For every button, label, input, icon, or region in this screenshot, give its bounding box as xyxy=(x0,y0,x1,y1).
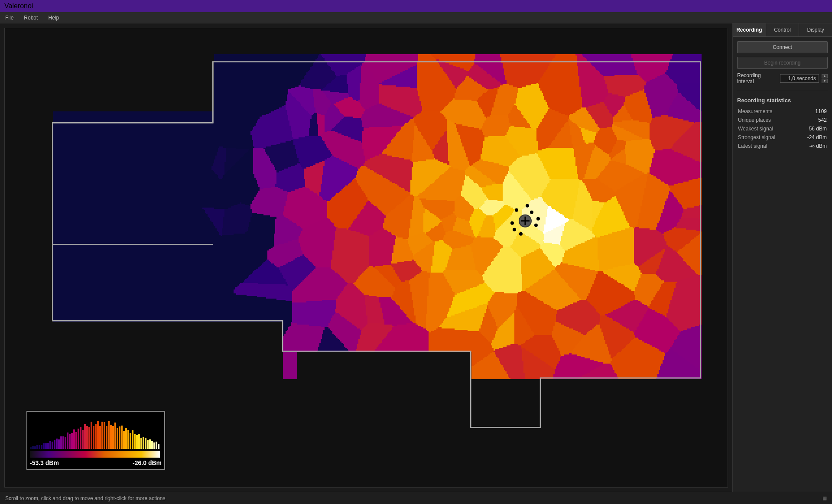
interval-spinner: ▲ ▼ xyxy=(822,74,828,83)
stats-label: Unique places xyxy=(737,116,797,124)
stats-value: -24 dBm xyxy=(797,133,828,142)
menu-file[interactable]: File xyxy=(3,14,15,22)
map-container[interactable]: -53.3 dBm -26.0 dBm xyxy=(4,28,728,488)
stats-title: Recording statistics xyxy=(737,97,828,104)
legend-min-label: -53.3 dBm xyxy=(30,459,59,466)
panel-tabs: Recording Control Display xyxy=(733,23,832,37)
right-panel: Recording Control Display Connect Begin … xyxy=(732,23,832,492)
stats-value: -∞ dBm xyxy=(797,142,828,150)
tab-display[interactable]: Display xyxy=(799,23,832,36)
panel-content: Connect Begin recording Recording interv… xyxy=(733,37,832,155)
interval-row: Recording interval ▲ ▼ xyxy=(737,72,828,85)
main-area: -53.3 dBm -26.0 dBm Recording Control Di… xyxy=(0,23,832,492)
menu-robot[interactable]: Robot xyxy=(22,14,39,22)
spinner-down[interactable]: ▼ xyxy=(822,79,828,83)
stats-table: Measurements1109Unique places542Weakest … xyxy=(737,107,828,150)
app-title: Valeronoi xyxy=(4,2,33,10)
stats-value: 1109 xyxy=(797,107,828,116)
stats-label: Measurements xyxy=(737,107,797,116)
spinner-up[interactable]: ▲ xyxy=(822,74,828,78)
interval-label: Recording interval xyxy=(737,72,777,85)
menubar: File Robot Help xyxy=(0,12,832,23)
stats-value: 542 xyxy=(797,116,828,124)
stats-row: Measurements1109 xyxy=(737,107,828,116)
stats-row: Latest signal-∞ dBm xyxy=(737,142,828,150)
stats-row: Weakest signal-56 dBm xyxy=(737,124,828,133)
legend: -53.3 dBm -26.0 dBm xyxy=(26,411,165,470)
interval-input[interactable] xyxy=(780,74,819,83)
chart-icon: ▦ xyxy=(822,495,827,501)
stats-label: Strongest signal xyxy=(737,133,797,142)
stats-value: -56 dBm xyxy=(797,124,828,133)
divider-1 xyxy=(737,90,828,90)
legend-histogram xyxy=(30,414,160,449)
tab-control[interactable]: Control xyxy=(766,23,800,36)
legend-gradient xyxy=(30,451,160,458)
legend-labels: -53.3 dBm -26.0 dBm xyxy=(30,459,162,466)
menu-help[interactable]: Help xyxy=(46,14,61,22)
statusbar: Scroll to zoom, click and drag to move a… xyxy=(0,492,832,504)
titlebar: Valeronoi xyxy=(0,0,832,12)
stats-row: Strongest signal-24 dBm xyxy=(737,133,828,142)
stats-label: Weakest signal xyxy=(737,124,797,133)
stats-label: Latest signal xyxy=(737,142,797,150)
stats-row: Unique places542 xyxy=(737,116,828,124)
begin-recording-button[interactable]: Begin recording xyxy=(737,57,828,69)
connect-button[interactable]: Connect xyxy=(737,41,828,53)
statusbar-text: Scroll to zoom, click and drag to move a… xyxy=(5,495,165,501)
tab-recording[interactable]: Recording xyxy=(733,23,766,36)
legend-max-label: -26.0 dBm xyxy=(133,459,162,466)
